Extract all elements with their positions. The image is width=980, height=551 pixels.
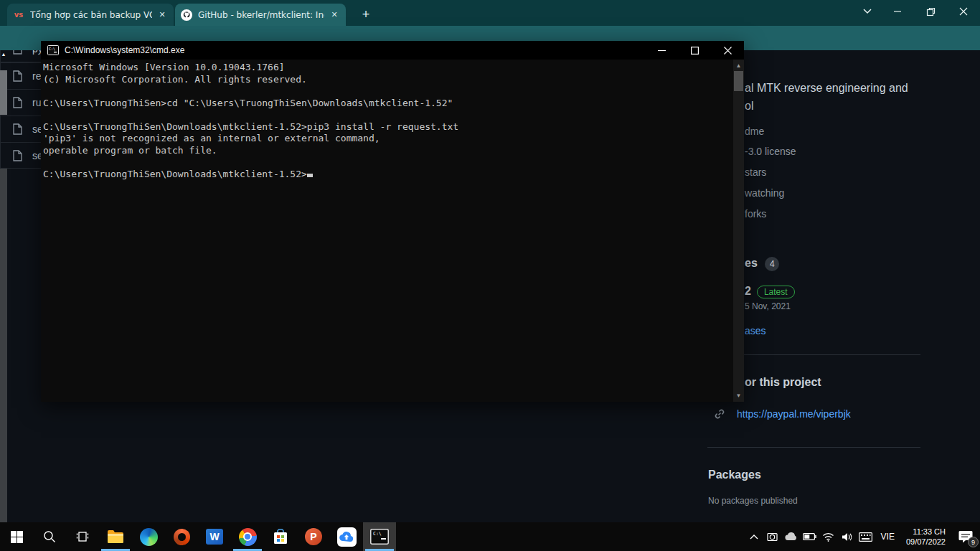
file-icon bbox=[12, 70, 24, 82]
battery-icon[interactable] bbox=[801, 522, 819, 551]
clock-date: 09/07/2022 bbox=[906, 537, 946, 547]
repo-about-description: al MTK reverse engineering and ol bbox=[745, 79, 924, 115]
file-explorer-button[interactable] bbox=[99, 522, 132, 551]
packages-heading: Packages bbox=[708, 468, 761, 481]
clock[interactable]: 11:33 CH 09/07/2022 bbox=[900, 527, 951, 547]
repo-stars-link[interactable]: stars bbox=[745, 166, 766, 178]
releases-count-badge: 4 bbox=[765, 257, 779, 271]
terminal-output: Microsoft Windows [Version 10.0.19043.17… bbox=[43, 62, 458, 179]
tab-vos-backup[interactable]: vs Tổng hợp các bản backup VOS 3 ✕ bbox=[7, 4, 174, 26]
tab-title: Tổng hợp các bản backup VOS 3 bbox=[30, 10, 152, 20]
release-date: 5 Nov, 2021 bbox=[745, 301, 791, 311]
file-icon bbox=[12, 97, 24, 108]
tab-title: GitHub - bkerler/mtkclient: Inoffi bbox=[198, 10, 324, 20]
all-releases-link[interactable]: ases bbox=[745, 325, 766, 336]
microsoft-store-button[interactable] bbox=[264, 522, 297, 551]
window-restore-button[interactable] bbox=[914, 0, 947, 23]
language-indicator[interactable]: VIE bbox=[875, 532, 900, 542]
cmd-maximize-button[interactable] bbox=[678, 41, 711, 60]
onedrive-icon[interactable] bbox=[782, 522, 801, 551]
tab-close-icon[interactable]: ✕ bbox=[156, 9, 168, 21]
new-tab-button[interactable]: + bbox=[357, 6, 374, 24]
github-favicon bbox=[181, 9, 192, 21]
repo-readme-link[interactable]: dme bbox=[745, 126, 764, 137]
page-scrollbar[interactable]: ▲ bbox=[0, 169, 7, 522]
volume-icon[interactable] bbox=[838, 522, 857, 551]
task-view-button[interactable] bbox=[66, 522, 99, 551]
packages-empty-text: No packages published bbox=[708, 496, 798, 506]
taskbar: W P C:\ bbox=[0, 522, 980, 551]
window-minimize-button[interactable] bbox=[881, 0, 914, 23]
cmd-minimize-button[interactable] bbox=[645, 41, 678, 60]
cast-display-icon[interactable] bbox=[763, 522, 782, 551]
start-button[interactable] bbox=[0, 522, 33, 551]
cmd-window[interactable]: C:\ C:\Windows\system32\cmd.exe Microsof… bbox=[41, 41, 744, 402]
sponsor-heading: or this project bbox=[745, 376, 821, 389]
repo-watching-link[interactable]: watching bbox=[745, 187, 784, 199]
cmd-close-button[interactable] bbox=[711, 41, 744, 60]
cmd-title-bar[interactable]: C:\ C:\Windows\system32\cmd.exe bbox=[41, 41, 744, 60]
action-center-icon[interactable]: 9 bbox=[951, 522, 980, 551]
tab-search-chevron-icon[interactable] bbox=[851, 0, 884, 23]
file-icon bbox=[12, 150, 24, 161]
latest-badge: Latest bbox=[757, 286, 795, 298]
search-button[interactable] bbox=[33, 522, 66, 551]
latest-release[interactable]: 2Latest bbox=[745, 285, 795, 298]
window-close-button[interactable] bbox=[947, 0, 980, 23]
edge-button[interactable] bbox=[132, 522, 165, 551]
vs-favicon: vs bbox=[13, 9, 24, 21]
cmd-taskbar-button[interactable]: C:\ bbox=[363, 522, 396, 551]
cmd-window-title: C:\Windows\system32\cmd.exe bbox=[65, 45, 645, 55]
repo-forks-link[interactable]: forks bbox=[745, 208, 766, 220]
cloud-app-button[interactable] bbox=[330, 522, 363, 551]
system-tray: VIE 11:33 CH 09/07/2022 9 bbox=[745, 522, 980, 551]
chrome-button[interactable] bbox=[231, 522, 264, 551]
svg-text:C:\: C:\ bbox=[49, 47, 55, 51]
scroll-up-icon[interactable]: ▲ bbox=[0, 52, 7, 57]
desktop: vs Tổng hợp các bản backup VOS 3 ✕ GitHu… bbox=[0, 0, 980, 551]
scrollbar-thumb[interactable] bbox=[734, 71, 743, 91]
wifi-icon[interactable] bbox=[819, 522, 838, 551]
svg-text:C:\: C:\ bbox=[373, 531, 382, 537]
tab-close-icon[interactable]: ✕ bbox=[329, 9, 340, 21]
word-button[interactable]: W bbox=[198, 522, 231, 551]
clock-time: 11:33 CH bbox=[906, 527, 946, 537]
paypal-link: https://paypal.me/viperbjk bbox=[737, 408, 851, 420]
touch-keyboard-icon[interactable] bbox=[857, 522, 875, 551]
repo-license-link[interactable]: -3.0 license bbox=[745, 146, 796, 157]
scroll-down-icon[interactable]: ▼ bbox=[733, 392, 744, 399]
browser-tab-strip: vs Tổng hợp các bản backup VOS 3 ✕ GitHu… bbox=[0, 0, 980, 26]
office-button[interactable] bbox=[165, 522, 198, 551]
scrollbar-thumb[interactable] bbox=[0, 70, 7, 115]
notification-count-badge: 9 bbox=[968, 537, 979, 547]
cmd-scrollbar[interactable]: ▲ ▼ bbox=[733, 60, 744, 402]
tray-expand-chevron-icon[interactable] bbox=[745, 522, 763, 551]
scroll-up-icon[interactable]: ▲ bbox=[733, 62, 744, 69]
file-icon bbox=[12, 123, 24, 135]
terminal-cursor bbox=[307, 169, 313, 177]
tab-github-mtkclient[interactable]: GitHub - bkerler/mtkclient: Inoffi ✕ bbox=[175, 4, 346, 26]
cmd-icon: C:\ bbox=[47, 45, 59, 55]
powerpoint-button[interactable]: P bbox=[297, 522, 330, 551]
file-icon bbox=[12, 50, 24, 55]
sidebar-divider bbox=[707, 447, 920, 448]
releases-heading[interactable]: es 4 bbox=[745, 257, 779, 271]
sponsor-link-row[interactable]: https://paypal.me/viperbjk bbox=[714, 408, 851, 420]
cmd-terminal[interactable]: Microsoft Windows [Version 10.0.19043.17… bbox=[41, 60, 744, 402]
link-icon bbox=[714, 408, 725, 420]
